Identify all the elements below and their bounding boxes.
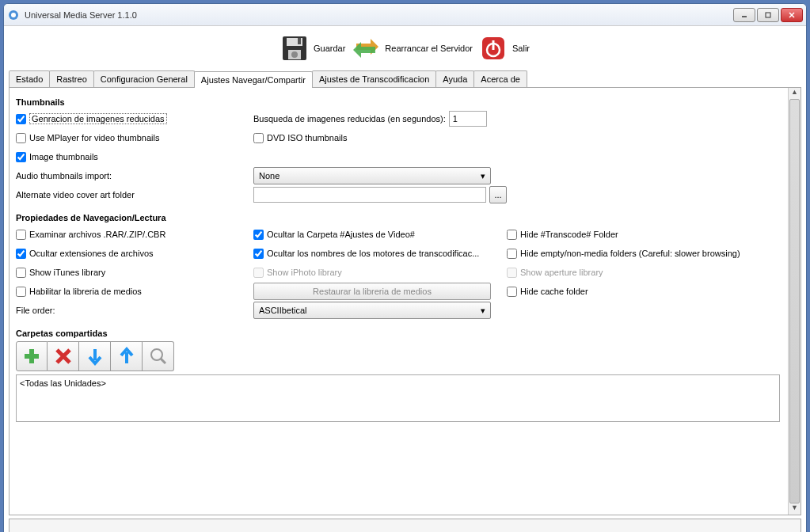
x-icon	[53, 346, 74, 367]
move-down-button[interactable]	[79, 341, 111, 371]
close-button[interactable]	[781, 8, 803, 22]
label-hide-cache: Hide cache folder	[520, 287, 588, 296]
tab-ayuda[interactable]: Ayuda	[435, 70, 474, 87]
thumbnails-title: Thumbnails	[16, 97, 780, 107]
list-item[interactable]: <Todas las Unidades>	[20, 378, 106, 388]
svg-rect-15	[25, 354, 39, 359]
checkbox-image-thumb[interactable]	[16, 152, 26, 162]
app-icon	[7, 9, 20, 21]
checkbox-hide-engine-names[interactable]	[253, 249, 264, 259]
svg-line-17	[161, 359, 165, 363]
label-mplayer-thumb: Use MPlayer for video thumbnails	[29, 133, 159, 142]
tab-config-general[interactable]: Configuracion General	[93, 70, 195, 87]
label-itunes: Show iTunes library	[29, 268, 105, 277]
save-label: Guardar	[314, 44, 345, 53]
shared-title: Carpetas compartidas	[16, 329, 780, 338]
scroll-down-icon[interactable]: ▼	[789, 504, 800, 515]
move-up-button[interactable]	[111, 341, 143, 371]
select-file-order[interactable]: ASCIIbetical ▾	[253, 302, 491, 319]
label-dvd-iso: DVD ISO thumbnails	[267, 133, 347, 142]
select-audio-import-value: None	[259, 171, 280, 180]
label-gen-thumbnails: Genracion de imagenes reducidas	[29, 113, 167, 124]
tab-ajustes-transcodificacion[interactable]: Ajustes de Transcodificacion	[312, 70, 436, 87]
restore-media-lib-button[interactable]: Restaurar la libreria de medios	[253, 283, 491, 300]
svg-point-10	[291, 51, 298, 58]
checkbox-gen-thumbnails[interactable]	[16, 114, 26, 124]
checkbox-media-lib[interactable]	[16, 287, 26, 297]
window-title: Universal Media Server 1.1.0	[25, 10, 733, 20]
label-media-lib: Habilitar la libreria de medios	[29, 287, 142, 296]
exit-label: Salir	[512, 44, 530, 53]
checkbox-examine-archives[interactable]	[16, 230, 26, 240]
label-thumb-seek: Busqueda de imagenes reducidas (en segun…	[253, 114, 446, 124]
checkbox-iphoto	[253, 268, 264, 278]
label-aperture: Show aperture library	[520, 268, 603, 277]
svg-rect-8	[298, 38, 301, 44]
maximize-button[interactable]	[757, 8, 779, 22]
label-hide-empty: Hide empty/non-media folders (Careful: s…	[520, 249, 740, 258]
exit-button[interactable]: Salir	[479, 34, 530, 63]
arrow-up-icon	[116, 346, 137, 367]
svg-rect-3	[766, 13, 770, 17]
scan-button[interactable]	[143, 341, 174, 371]
label-alt-cover: Alternate video cover art folder	[16, 190, 135, 200]
tab-panel: ▲ ▼ Thumbnails Genracion de imagenes red…	[9, 88, 801, 515]
tab-ajustes-navegar[interactable]: Ajustes Navegar/Compartir	[194, 71, 313, 88]
tab-acerca-de[interactable]: Acerca de	[473, 70, 527, 87]
label-hide-transcode: Hide #Transcode# Folder	[520, 230, 618, 239]
nav-title: Propiedades de Navegacion/Lectura	[16, 213, 780, 222]
remove-folder-button[interactable]	[48, 341, 79, 371]
label-iphoto: Show iPhoto library	[267, 268, 342, 277]
tab-rastreo[interactable]: Rastreo	[49, 70, 94, 87]
tab-estado[interactable]: Estado	[9, 70, 50, 87]
tab-bar: Estado Rastreo Configuracion General Aju…	[9, 70, 801, 88]
panel-scrollbar[interactable]: ▲ ▼	[788, 88, 800, 515]
restart-icon	[352, 34, 380, 63]
label-image-thumb: Image thumbnails	[29, 152, 98, 162]
svg-point-16	[151, 349, 162, 360]
chevron-down-icon: ▾	[481, 171, 485, 181]
save-icon	[280, 34, 309, 63]
label-hide-video-settings: Ocultar la Carpeta #Ajustes de Video#	[267, 230, 415, 239]
checkbox-mplayer-thumb[interactable]	[16, 133, 26, 143]
save-button[interactable]: Guardar	[280, 34, 345, 63]
plus-icon	[21, 346, 42, 367]
checkbox-itunes[interactable]	[16, 268, 26, 278]
arrow-down-icon	[85, 346, 105, 367]
select-audio-import[interactable]: None ▾	[253, 167, 491, 184]
restart-button[interactable]: Rearrancar el Servidor	[352, 34, 473, 63]
checkbox-hide-transcode[interactable]	[507, 230, 517, 240]
label-hide-engine-names: Ocultar los nombres de los motores de tr…	[267, 249, 479, 258]
main-toolbar: Guardar Rearrancar el Servidor Salir	[9, 31, 801, 69]
checkbox-hide-video-settings[interactable]	[253, 230, 264, 240]
checkbox-hide-empty[interactable]	[507, 249, 517, 259]
scroll-thumb[interactable]	[789, 99, 800, 504]
titlebar: Universal Media Server 1.1.0	[4, 4, 806, 26]
statusbar	[9, 519, 801, 532]
restart-label: Rearrancar el Servidor	[385, 44, 473, 53]
browse-cover-button[interactable]: ...	[489, 186, 507, 203]
search-icon	[148, 346, 169, 367]
svg-point-1	[11, 13, 16, 17]
app-window: Universal Media Server 1.1.0 Guardar Rea…	[3, 3, 807, 532]
checkbox-aperture	[507, 268, 517, 278]
shared-folders-list[interactable]: <Todas las Unidades>	[16, 374, 780, 422]
minimize-button[interactable]	[733, 8, 755, 22]
input-alt-cover[interactable]	[253, 187, 486, 203]
select-file-order-value: ASCIIbetical	[259, 306, 307, 315]
checkbox-dvd-iso[interactable]	[253, 133, 264, 143]
label-examine-archives: Examinar archivos .RAR/.ZIP/.CBR	[29, 230, 165, 239]
exit-icon	[479, 34, 508, 63]
label-audio-import: Audio thumbnails import:	[16, 171, 112, 180]
add-folder-button[interactable]	[16, 341, 48, 371]
chevron-down-icon: ▾	[481, 306, 485, 316]
checkbox-hide-ext[interactable]	[16, 249, 26, 259]
input-thumb-seek[interactable]	[449, 111, 487, 127]
label-file-order: File order:	[16, 306, 55, 315]
checkbox-hide-cache[interactable]	[507, 287, 517, 297]
scroll-up-icon[interactable]: ▲	[789, 88, 800, 99]
label-hide-ext: Ocultar extensiones de archivos	[29, 249, 154, 258]
